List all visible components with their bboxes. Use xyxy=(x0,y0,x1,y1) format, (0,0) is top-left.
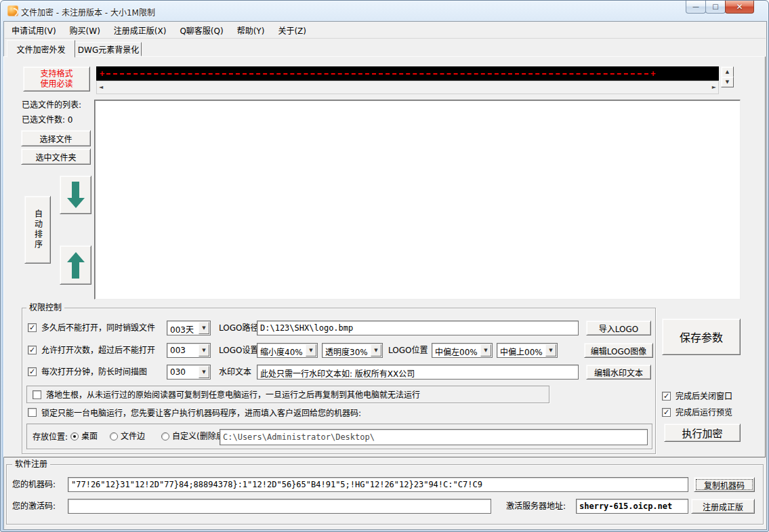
main-panel: 支持格式 使用必读 + + ◄ ► ▲ ▼ 已选文件的列表: 已选文件数: 0 … xyxy=(3,56,766,457)
lock-pc-label: 锁定只能一台电脑运行，您先要让客户执行机器码程序，进而填入客户返回给您的机器码: xyxy=(41,409,361,418)
dropdown-icon[interactable]: ▼ xyxy=(480,344,491,356)
selected-count-label: 已选文件数: 0 xyxy=(22,115,73,125)
dropdown-icon[interactable]: ▼ xyxy=(306,344,316,356)
file-listbox[interactable] xyxy=(94,100,741,300)
server-address-field[interactable]: sherry-615.oicp.net xyxy=(576,499,688,514)
storage-location-label: 存放位置: xyxy=(33,432,68,442)
radio-custom[interactable] xyxy=(161,432,169,441)
scroll-left-icon[interactable]: ◄ xyxy=(99,85,103,90)
root-binding-label: 落地生根，从未运行过的原始阅读器可复制到任意电脑运行，一旦运行之后再复制到其他电… xyxy=(46,390,420,400)
storage-path-field[interactable]: C:\Users\Administrator\Desktop\ xyxy=(220,429,648,445)
select-file-button[interactable]: 选择文件 xyxy=(21,130,91,146)
preview-spinner: ▲ ▼ xyxy=(721,66,734,87)
edit-logo-button[interactable]: 编辑LOGO图像 xyxy=(584,343,653,358)
copy-machine-code-button[interactable]: 复制机器码 xyxy=(694,477,755,492)
watermark-label: 水印文本 xyxy=(219,367,251,377)
format-help-line2: 使用必读 xyxy=(40,79,72,89)
server-address-label: 激活服务器地址: xyxy=(506,502,566,511)
check-icon: ✓ xyxy=(29,324,35,331)
down-arrow-icon xyxy=(67,182,85,208)
close-after-checkbox[interactable]: ✓ xyxy=(662,392,671,401)
save-params-button[interactable]: 保存参数 xyxy=(662,319,741,355)
encrypt-button[interactable]: 执行加密 xyxy=(664,424,741,442)
import-logo-button[interactable]: 导入LOGO xyxy=(586,321,651,335)
preview-after-checkbox[interactable]: ✓ xyxy=(662,408,671,417)
dropdown-icon[interactable]: ▼ xyxy=(545,344,556,356)
expire-checkbox[interactable]: ✓ xyxy=(28,323,37,332)
check-icon: ✓ xyxy=(663,392,669,400)
close-button[interactable]: ✕ xyxy=(725,1,754,14)
check-icon: ✓ xyxy=(663,409,669,416)
plus-marker-right: + xyxy=(650,69,655,79)
tab-file-encrypt[interactable]: 文件加密外发 xyxy=(7,40,75,58)
watermark-field[interactable]: 此处只需一行水印文本如: 版权所有XX公司 xyxy=(257,365,579,380)
open-count-checkbox[interactable]: ✓ xyxy=(28,346,37,354)
menubar: 申请试用(V) 购买(W) 注册成正版(X) Q聊客服(Q) 帮助(Y) 关于(… xyxy=(5,22,766,39)
expire-days-combo[interactable]: 003天 ▼ xyxy=(167,321,211,335)
menu-trial[interactable]: 申请试用(V) xyxy=(5,22,63,38)
logo-path-field[interactable]: D:\123\SHX\logo.bmp xyxy=(257,321,579,335)
menu-qq-support[interactable]: Q聊客服(Q) xyxy=(173,22,230,38)
maximize-button[interactable]: □ xyxy=(705,1,726,14)
register-button[interactable]: 注册成正版 xyxy=(691,499,755,514)
dashed-line xyxy=(106,73,648,75)
radio-desktop[interactable] xyxy=(70,432,79,441)
up-arrow-icon xyxy=(67,252,85,279)
select-folder-button[interactable]: 选中文件夹 xyxy=(21,148,91,165)
radio-beside-file-label: 文件边 xyxy=(121,432,145,441)
auto-sort-button[interactable]: 自动排序 xyxy=(24,196,51,264)
dropdown-icon[interactable]: ▼ xyxy=(371,344,381,356)
dropdown-icon[interactable]: ▼ xyxy=(199,322,209,334)
minutes-value: 030 xyxy=(170,367,186,377)
dropdown-icon[interactable]: ▼ xyxy=(199,366,209,378)
logo-pos-v-combo[interactable]: 中偏上00% ▼ xyxy=(497,343,558,358)
lock-pc-checkbox[interactable] xyxy=(28,408,37,417)
logo-pos-h-value: 中偏左00% xyxy=(435,346,478,357)
move-down-button[interactable] xyxy=(60,176,91,214)
auto-sort-label: 自动排序 xyxy=(34,209,42,250)
expire-label: 多久后不能打开，同时销毁文件 xyxy=(41,323,155,333)
check-icon: ✓ xyxy=(29,346,35,354)
logo-scale-combo[interactable]: 缩小度40% ▼ xyxy=(257,343,318,358)
spin-down-icon: ▼ xyxy=(726,79,729,85)
maximize-icon: □ xyxy=(712,3,718,10)
scroll-right-icon[interactable]: ► xyxy=(712,85,716,90)
move-up-button[interactable] xyxy=(60,245,91,285)
logo-pos-h-combo[interactable]: 中偏左00% ▼ xyxy=(432,343,493,358)
minimize-button[interactable]: — xyxy=(686,1,706,14)
edit-watermark-button[interactable]: 编辑水印文本 xyxy=(586,365,651,380)
spin-down-button[interactable]: ▼ xyxy=(721,77,734,87)
logo-path-label: LOGO路径 xyxy=(219,323,258,333)
preview-scrollbar[interactable]: ◄ ► xyxy=(96,81,719,94)
logo-opacity-combo[interactable]: 透明度30% ▼ xyxy=(322,343,383,358)
radio-beside-file[interactable] xyxy=(110,432,118,441)
menu-about[interactable]: 关于(Z) xyxy=(271,22,313,38)
tab-dwg-background[interactable]: DWG元素背景化 xyxy=(75,42,142,56)
open-count-combo[interactable]: 003 ▼ xyxy=(167,343,211,358)
machine-code-label: 您的机器码: xyxy=(12,480,56,489)
spin-up-icon: ▲ xyxy=(726,69,729,75)
menu-help[interactable]: 帮助(Y) xyxy=(230,22,272,38)
permissions-group: 权限控制 ✓ 多久后不能打开，同时销毁文件 003天 ▼ ✓ 允许打开次数，超过… xyxy=(22,308,656,454)
radio-desktop-label: 桌面 xyxy=(81,432,98,441)
dropdown-icon[interactable]: ▼ xyxy=(199,344,209,356)
menu-register[interactable]: 注册成正版(X) xyxy=(107,22,173,38)
close-icon: ✕ xyxy=(736,3,743,10)
root-binding-checkbox[interactable] xyxy=(33,390,41,399)
check-icon: ✓ xyxy=(29,368,35,375)
radio-dot xyxy=(73,435,76,438)
activation-code-label: 您的激活码: xyxy=(12,502,56,511)
activation-code-field[interactable] xyxy=(68,499,491,514)
machine-code-field[interactable]: "77!26"12}31"12!2D"77}84;88894378}:1"12!… xyxy=(68,477,688,492)
format-help-button[interactable]: 支持格式 使用必读 xyxy=(23,66,90,91)
menu-buy[interactable]: 购买(W) xyxy=(63,22,107,38)
preview-after-label: 完成后运行预览 xyxy=(676,408,732,417)
registration-group: 软件注册 您的机器码: "77!26"12}31"12!2D"77}84;888… xyxy=(6,464,764,525)
format-help-line1: 支持格式 xyxy=(40,69,72,79)
window-title: 文件加密 - 未注册版本 - 大小1M限制 xyxy=(21,6,155,18)
minutes-checkbox[interactable]: ✓ xyxy=(28,367,37,376)
minutes-combo[interactable]: 030 ▼ xyxy=(167,365,211,380)
logo-pos-v-value: 中偏上00% xyxy=(500,346,543,357)
spin-up-button[interactable]: ▲ xyxy=(721,66,734,77)
app-icon xyxy=(7,5,18,16)
